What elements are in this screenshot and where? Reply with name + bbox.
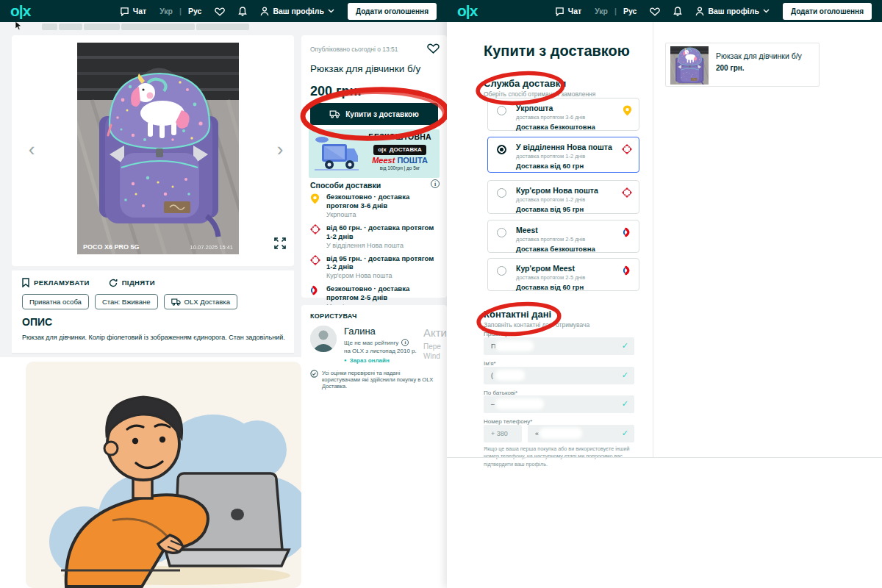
radio-button[interactable] xyxy=(497,106,506,115)
contact-details-subheading: Заповніть контактні дані отримувача xyxy=(484,321,589,329)
language-switcher[interactable]: Укр|Рус xyxy=(595,7,637,15)
seller-online-status: Зараз онлайн xyxy=(344,357,390,364)
banner-olx-delivery-pill: o|x ДОСТАВКА xyxy=(373,145,426,155)
language-switcher[interactable]: Укр|Рус xyxy=(159,7,201,15)
horizontal-divider xyxy=(447,457,882,458)
checkout-page: o|x Чат Укр|Рус Ваш профіль Додати оголо… xyxy=(447,0,882,588)
banner-meest-poshta: Meest ПОШТА xyxy=(363,156,437,165)
delivery-option-meest-courier[interactable]: Кур'єром Meest доставка протягом 2-5 дні… xyxy=(487,258,639,291)
radio-button[interactable] xyxy=(497,188,506,198)
delivery-methods-heading: Способи доставки xyxy=(310,181,381,190)
heart-icon xyxy=(650,7,660,16)
breadcrumb-chip[interactable] xyxy=(59,24,82,30)
delivery-method-row: від 95 грн. · доставка протягом 1-2 днів… xyxy=(310,254,441,280)
notifications-link[interactable] xyxy=(673,7,682,16)
description-text: Рюкзак для дівчинки. Колір фіолетовий із… xyxy=(22,334,287,341)
gallery-next-button[interactable]: › xyxy=(272,138,288,160)
favorites-link[interactable] xyxy=(215,7,225,16)
tag-private-person[interactable]: Приватна особа xyxy=(22,294,89,309)
refresh-icon xyxy=(109,279,118,287)
add-listing-button[interactable]: Додати оголошення xyxy=(783,3,872,20)
chevron-down-icon xyxy=(328,9,334,13)
breadcrumb xyxy=(0,23,447,32)
tag-olx-delivery[interactable]: OLX Доставка xyxy=(164,294,237,309)
contact-details-heading: Контактні дані xyxy=(484,309,551,320)
order-item-thumbnail xyxy=(670,46,709,85)
breadcrumb-chip[interactable] xyxy=(42,24,57,30)
chat-link[interactable]: Чат xyxy=(555,7,581,16)
notifications-link[interactable] xyxy=(238,7,247,16)
vertical-divider xyxy=(653,22,653,457)
add-listing-button[interactable]: Додати оголошення xyxy=(348,3,437,20)
radio-button-selected[interactable] xyxy=(497,145,506,154)
os-activation-watermark: Акти Пере Wind xyxy=(423,326,447,360)
novaposhta-icon xyxy=(622,144,632,154)
order-item-title: Рюкзак для дівчинки б/у xyxy=(716,51,802,60)
delivery-option-novaposhta-branch[interactable]: У відділення Нова пошта доставка протяго… xyxy=(487,137,639,173)
truck-icon xyxy=(171,298,181,306)
field-label-phone: Номер телефону* xyxy=(484,418,532,425)
user-icon xyxy=(260,7,269,16)
gallery-prev-button[interactable]: ‹ xyxy=(24,138,40,160)
composite-screenshot: o|x Чат Укр|Рус Ваш профіль Додати оголо… xyxy=(0,0,882,588)
seller-verified-note: Усі оцінки перевірені та надані користув… xyxy=(310,370,440,390)
truck-icon xyxy=(329,110,340,118)
olx-logo[interactable]: o|x xyxy=(10,3,30,18)
meest-icon xyxy=(623,265,632,276)
delivery-option-novaposhta-courier[interactable]: Кур'єром Нова пошта доставка протягом 1-… xyxy=(487,180,639,214)
banner-truck-icon xyxy=(312,134,360,175)
published-timestamp: Опубліковано сьогодні о 13:51 xyxy=(310,46,398,53)
delivery-service-heading: Служба доставки xyxy=(484,78,566,89)
advertise-button[interactable]: РЕКЛАМУВАТИ xyxy=(22,278,90,287)
ukrposhta-pin-icon xyxy=(310,193,320,204)
seller-name[interactable]: Галина xyxy=(344,326,376,337)
tag-condition[interactable]: Стан: Вживане xyxy=(95,294,158,309)
breadcrumb-chip[interactable] xyxy=(196,24,249,30)
profile-menu[interactable]: Ваш профіль xyxy=(260,7,334,16)
chat-icon xyxy=(555,7,564,16)
firstname-input[interactable]: (✓ xyxy=(484,367,634,384)
seller-section-heading: КОРИСТУВАЧ xyxy=(310,312,357,320)
listing-price: 200 грн. xyxy=(310,84,361,99)
chat-link[interactable]: Чат xyxy=(120,7,146,16)
product-photo[interactable]: POCO X6 PRO 5G 10.07.2025 15:41 xyxy=(77,43,239,254)
breadcrumb-chip[interactable] xyxy=(84,24,120,30)
delivery-method-row: безкоштовно · доставка протягом 3-6 днів… xyxy=(310,193,441,218)
chat-icon xyxy=(120,7,129,16)
person-laptop-illustration xyxy=(26,362,301,588)
raise-button[interactable]: ПІДНЯТИ xyxy=(109,279,155,287)
chevron-down-icon xyxy=(763,9,770,13)
valid-check-icon: ✓ xyxy=(622,399,628,409)
delivery-option-meest[interactable]: Meest доставка протягом 2-5 днів Доставк… xyxy=(487,220,639,253)
banner-terms: від 100грн | до 5кг xyxy=(363,165,437,171)
phone-prefix-input[interactable]: + 380 xyxy=(484,425,522,442)
novaposhta-icon xyxy=(310,224,320,234)
description-heading: ОПИС xyxy=(22,316,52,328)
fullscreen-icon[interactable] xyxy=(273,237,287,250)
delivery-option-ukrposhta[interactable]: Укрпошта доставка протягом 3-6 днів Дост… xyxy=(487,98,639,131)
seller-avatar[interactable] xyxy=(310,326,337,352)
radio-button[interactable] xyxy=(497,228,506,237)
order-summary-card: Рюкзак для дівчинки б/у 200 грн. xyxy=(665,43,820,87)
info-icon[interactable]: i xyxy=(431,179,440,188)
order-item-price: 200 грн. xyxy=(716,64,745,72)
radio-button[interactable] xyxy=(497,266,506,276)
bell-icon xyxy=(238,7,247,16)
photo-gallery-card: POCO X6 PRO 5G 10.07.2025 15:41 ‹ › xyxy=(12,35,294,266)
valid-check-icon: ✓ xyxy=(622,370,628,380)
olx-logo[interactable]: o|x xyxy=(457,3,477,18)
heart-icon xyxy=(215,7,225,16)
meest-icon xyxy=(310,285,320,295)
phone-number-input[interactable]: «✓ xyxy=(528,425,634,442)
favorite-heart-icon[interactable] xyxy=(427,43,440,54)
surname-input[interactable]: П✓ xyxy=(484,337,634,355)
buy-with-delivery-button[interactable]: Купити з доставкою xyxy=(310,103,438,125)
breadcrumb-chip[interactable] xyxy=(121,24,195,30)
info-icon[interactable]: i xyxy=(401,339,409,346)
seller-member-since: на OLX з листопад 2010 р. xyxy=(344,348,417,354)
photo-watermark-device: POCO X6 PRO 5G xyxy=(83,243,140,251)
favorites-link[interactable] xyxy=(650,7,660,16)
patronymic-input[interactable]: –✓ xyxy=(484,395,634,413)
olx-delivery-banner[interactable]: БЕЗКОШТОВНА o|x ДОСТАВКА Meest ПОШТА від… xyxy=(309,129,440,178)
profile-menu[interactable]: Ваш профіль xyxy=(695,7,770,16)
